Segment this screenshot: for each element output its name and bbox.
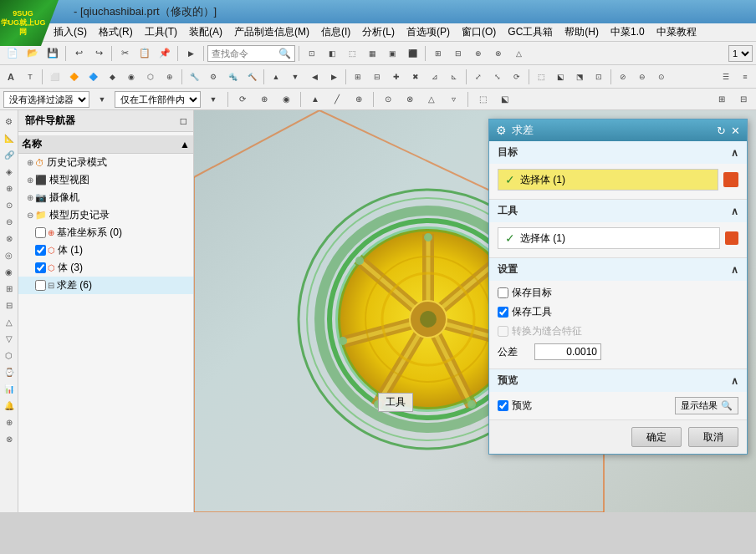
tb2-24[interactable]: ⤡ [488,68,507,86]
view-btn2[interactable]: ▦ [363,44,381,63]
f-btn12[interactable]: ⬕ [495,90,513,109]
tb2-2[interactable]: ⬜ [45,68,64,86]
save-button[interactable]: 💾 [43,44,62,63]
keep-tool-label[interactable]: 保存工具 [498,305,552,319]
cut-button[interactable]: ✂ [115,44,134,63]
tb2-15[interactable]: ◀ [305,68,324,86]
f-btn13[interactable]: ⊞ [713,90,731,109]
tb2-29[interactable]: ⊡ [590,68,608,86]
li-btn12[interactable]: ⊟ [2,297,17,313]
menu-analysis[interactable]: 分析(L) [357,23,400,41]
more-btn5[interactable]: △ [509,44,528,63]
body1-check[interactable] [35,245,46,256]
menu-gc[interactable]: GC工具箱 [503,23,558,41]
keep-target-checkbox[interactable] [498,287,508,298]
menu-zhongcai1[interactable]: 中菜1.0 [605,23,650,41]
li-btn20[interactable]: ⊗ [2,431,17,446]
subtract-check[interactable] [35,280,46,291]
tree-item-model-history[interactable]: ⊖ 📁 模型历史记录 [18,206,193,224]
li-btn15[interactable]: ⬡ [2,348,17,363]
li-btn11[interactable]: ⊞ [2,281,17,296]
f-btn5[interactable]: ╱ [328,90,346,109]
menu-preferences[interactable]: 首选项(P) [401,23,455,41]
f-btn7[interactable]: ⊙ [379,90,397,109]
li-btn8[interactable]: ⊗ [2,231,17,246]
tb2-8[interactable]: ⊕ [161,68,179,86]
li-btn5[interactable]: ⊕ [2,180,17,196]
tb2-34[interactable]: ≡ [736,68,754,86]
viewport[interactable]: 工具 ⚙ 求差 ↻ ✕ 目标 ∧ [194,110,756,512]
more-btn2[interactable]: ⊟ [449,44,467,63]
preview-header[interactable]: 预览 ∧ [489,369,747,392]
tb2-12[interactable]: 🔨 [243,68,261,86]
tb2-33[interactable]: ☰ [717,68,735,86]
tb2-28[interactable]: ⬔ [570,68,589,86]
preview-checkbox[interactable] [498,400,508,411]
view-btn3[interactable]: ▣ [383,44,401,63]
f-btn3[interactable]: ◉ [277,90,295,109]
li-btn9[interactable]: ◎ [2,247,17,262]
menu-info[interactable]: 信息(I) [316,23,355,41]
new-button[interactable]: 📄 [3,44,22,63]
show-result-button[interactable]: 显示结果 🔍 [675,397,738,414]
menu-pmi[interactable]: 产品制造信息(M) [229,23,314,41]
f-btn11[interactable]: ⬚ [473,90,492,109]
tb2-9[interactable]: 🔧 [185,68,203,86]
body3-check[interactable] [35,262,46,273]
tree-item-subtract[interactable]: ⊟ 求差 (6) [18,277,193,294]
menu-tools[interactable]: 工具(T) [140,23,182,41]
coord-check[interactable] [35,227,46,238]
filter-down2[interactable]: ▼ [204,90,222,109]
li-btn19[interactable]: ⊕ [2,414,17,429]
more-btn1[interactable]: ⊞ [429,44,447,63]
keep-tool-checkbox[interactable] [498,307,508,318]
tb2-14[interactable]: ▼ [286,68,304,86]
f-btn6[interactable]: ⊕ [350,90,368,109]
text-btn[interactable]: A [2,68,20,86]
tb2-20[interactable]: ✖ [406,68,425,86]
settings-header[interactable]: 设置 ∧ [489,258,747,281]
view-btn1[interactable]: ⬚ [343,44,361,63]
tb2-21[interactable]: ⊿ [426,68,444,86]
li-btn10[interactable]: ◉ [2,264,17,279]
menu-insert[interactable]: 插入(S) [49,23,92,41]
target-collapse-icon[interactable]: ∧ [731,147,738,159]
f-btn9[interactable]: △ [422,90,441,109]
f-btn1[interactable]: ⟳ [233,90,252,109]
f-btn10[interactable]: ▿ [444,90,462,109]
target-select-btn[interactable]: ✓ 选择体 (1) [498,169,718,191]
snap-dropdown[interactable]: 1 [728,45,753,62]
settings-collapse-icon[interactable]: ∧ [731,264,738,276]
more-btn3[interactable]: ⊕ [469,44,488,63]
tb2-25[interactable]: ⟳ [508,68,526,86]
open-button[interactable]: 📂 [23,44,42,63]
tool-select-btn[interactable]: ✓ 选择体 (1) [498,227,720,249]
tb2-6[interactable]: ◉ [122,68,140,86]
toggle-camera[interactable]: ⊕ [25,193,35,202]
filter-down1[interactable]: ▼ [93,90,111,109]
undo-button[interactable]: ↩ [69,44,88,63]
f-btn8[interactable]: ⊗ [401,90,419,109]
menu-zhongcai2[interactable]: 中菜教程 [651,23,702,41]
tb2-22[interactable]: ⊾ [445,68,463,86]
more-btn4[interactable]: ⊗ [489,44,508,63]
ok-button[interactable]: 确定 [631,427,682,447]
search-icon[interactable]: 🔍 [278,48,291,59]
dialog-refresh-btn[interactable]: ↻ [717,125,726,137]
li-btn17[interactable]: 📊 [2,381,17,396]
tb2-5[interactable]: ◆ [103,68,121,86]
tree-item-views[interactable]: ⊕ ⬛ 模型视图 [18,171,193,189]
view-btn4[interactable]: ⬛ [403,44,421,63]
tb2-30[interactable]: ⊘ [614,68,632,86]
tree-item-camera[interactable]: ⊕ 📷 摄像机 [18,189,193,206]
tb2-27[interactable]: ⬕ [551,68,570,86]
tb2-4[interactable]: 🔷 [84,68,102,86]
li-btn18[interactable]: 🔔 [2,398,17,413]
tool-collapse-icon[interactable]: ∧ [731,206,738,217]
paste-button[interactable]: 📌 [156,44,174,63]
toggle-views[interactable]: ⊕ [25,175,35,185]
toggle-model-history[interactable]: ⊖ [25,211,35,220]
filter-select1[interactable]: 没有选择过滤器 [3,91,89,108]
keep-target-label[interactable]: 保存目标 [498,286,552,300]
tb2-17[interactable]: ⊞ [349,68,367,86]
